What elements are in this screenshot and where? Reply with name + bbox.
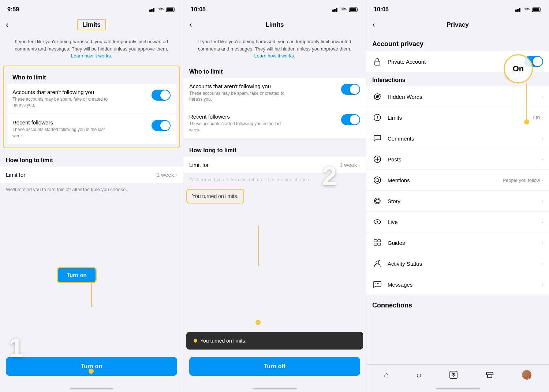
toast-highlight-area: You turned on limits. [186, 189, 363, 204]
hidden-words-label: Hidden Words [388, 94, 541, 100]
status-bar-1: 9:59 [0, 0, 183, 16]
svg-rect-15 [375, 61, 380, 65]
back-btn-3[interactable]: ‹ [372, 20, 375, 30]
recent-toggle-2[interactable] [341, 114, 360, 125]
comments-label: Comments [388, 135, 541, 142]
annotation-line-1 [91, 282, 92, 307]
svg-rect-1 [151, 9, 153, 12]
wifi-icon-2 [341, 7, 347, 12]
desc-text-1: If you feel like you're being harassed, … [0, 34, 183, 64]
battery-icon [166, 7, 176, 12]
messages-icon [372, 279, 382, 290]
who-limit-inner-1: Who to limit Accounts that aren't follow… [4, 66, 179, 148]
home-indicator-3 [366, 385, 549, 392]
home-indicator-1 [0, 385, 183, 392]
recent-title-1: Recent followers [12, 119, 115, 126]
privacy-item-live[interactable]: Live › [366, 212, 549, 232]
svg-rect-34 [378, 243, 381, 245]
home-icon: ⌂ [384, 370, 389, 380]
panel-limits-on: 10:05 ‹ Limits If you feel like you're b… [183, 0, 366, 392]
privacy-item-limits[interactable]: ! Limits On › [366, 107, 549, 128]
on-annotation-dot [524, 119, 529, 124]
privacy-item-story[interactable]: Story › [366, 191, 549, 212]
svg-rect-2 [153, 8, 154, 12]
status-icons-1 [149, 7, 176, 12]
recent-toggle-1[interactable] [152, 120, 171, 131]
back-btn-2[interactable]: ‹ [189, 20, 192, 30]
story-icon [372, 196, 382, 206]
live-label: Live [388, 219, 541, 225]
turn-on-highlight-label: Turn on [57, 267, 97, 283]
svg-point-41 [453, 374, 454, 375]
learn-link-2[interactable]: Learn how it works. [254, 53, 295, 59]
tab-home[interactable]: ⌂ [380, 369, 393, 381]
accounts-toggle-2[interactable] [341, 84, 360, 95]
limit-for-row-2[interactable]: Limit for 1 week › [183, 157, 366, 173]
accounts-toggle-1[interactable] [152, 90, 171, 101]
privacy-item-hidden-words[interactable]: Hidden Words › [366, 86, 549, 107]
tab-reels[interactable] [445, 369, 462, 381]
svg-point-35 [376, 261, 379, 264]
accounts-item-1: Accounts that aren't following you These… [7, 84, 176, 114]
status-bar-2: 10:05 [183, 0, 366, 16]
limit-for-row-1[interactable]: Limit for 1 week › [0, 167, 183, 183]
signal-icon-3 [515, 7, 522, 12]
privacy-item-messages[interactable]: Messages › [366, 274, 549, 295]
back-btn-1[interactable]: ‹ [6, 20, 8, 30]
status-icons-2 [332, 7, 359, 12]
recent-subtitle-2: These accounts started following you in … [189, 121, 292, 133]
mentions-value: People you follow [503, 178, 540, 183]
who-limit-header-1: Who to limit [7, 70, 176, 84]
mentions-icon [372, 175, 382, 185]
svg-rect-10 [515, 10, 517, 12]
chevron-limits: › [541, 115, 543, 120]
learn-link-1[interactable]: Learn how it works. [71, 53, 112, 59]
privacy-item-mentions[interactable]: Mentions People you follow › [366, 170, 549, 191]
chevron-icon-1: › [175, 172, 177, 178]
status-bar-3: 10:05 [366, 0, 549, 16]
limits-label: Limits [388, 115, 533, 121]
nav-bar-2: ‹ Limits [183, 16, 366, 34]
recent-item-1: Recent followers These accounts started … [7, 114, 176, 144]
privacy-item-comments[interactable]: Comments › [366, 128, 549, 149]
privacy-item-guides[interactable]: Guides › [366, 232, 549, 253]
svg-rect-14 [533, 8, 539, 11]
who-limit-box-1: Who to limit Accounts that aren't follow… [3, 66, 180, 148]
private-account-label: Private Account [388, 59, 524, 65]
chevron-live: › [541, 219, 543, 225]
annotation-dot-toast [255, 320, 261, 325]
desc-text-2: If you feel like you're being harassed, … [183, 34, 366, 64]
accounts-subtitle-1: These accounts may be spam, fake or crea… [12, 96, 115, 109]
svg-rect-12 [519, 8, 520, 12]
turn-off-btn[interactable]: Turn off [189, 357, 360, 376]
mentions-label: Mentions [388, 177, 503, 183]
remind-text-1: We'll remind you to turn this off after … [0, 183, 183, 196]
privacy-item-activity[interactable]: Activity Status › [366, 253, 549, 274]
limit-for-value-2: 1 week › [340, 162, 360, 168]
tab-shop[interactable] [481, 369, 498, 381]
privacy-item-posts[interactable]: Posts › [366, 149, 549, 170]
signal-icon [149, 7, 156, 12]
tab-profile[interactable] [518, 369, 536, 381]
home-bar-3 [436, 388, 480, 389]
limits-icon: ! [372, 112, 382, 123]
chevron-comments: › [541, 135, 543, 141]
limit-for-value-1: 1 week › [157, 172, 177, 178]
privacy-items-list: Hidden Words › ! Limits On › Comments › [366, 86, 549, 295]
chevron-activity: › [541, 261, 543, 266]
chevron-messages: › [541, 281, 543, 287]
how-long-header-1: How long to limit [0, 153, 183, 167]
panel-privacy: 10:05 ‹ Privacy Account privacy Private … [366, 0, 549, 392]
profile-avatar [522, 370, 531, 380]
toast-highlight-label: You turned on limits. [186, 189, 244, 204]
toast-dot [194, 339, 197, 343]
on-annotation-circle: On [504, 54, 533, 83]
svg-point-30 [377, 221, 378, 223]
svg-rect-0 [149, 10, 151, 12]
comments-icon [372, 133, 382, 143]
recent-item-2: Recent followers These accounts started … [183, 108, 366, 138]
reels-icon [449, 370, 458, 379]
tab-search[interactable]: ⌕ [412, 369, 426, 381]
nav-title-2: Limits [265, 21, 284, 29]
wifi-icon-3 [524, 7, 530, 12]
